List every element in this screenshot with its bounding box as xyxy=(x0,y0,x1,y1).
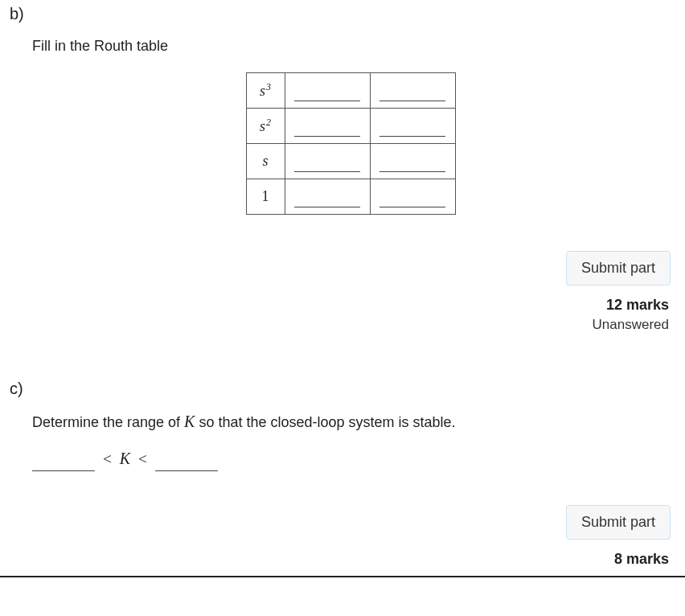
routh-input-r1c1[interactable] xyxy=(294,80,360,101)
bottom-divider xyxy=(0,576,685,577)
routh-input-r4c1[interactable] xyxy=(294,187,360,207)
k-variable: K xyxy=(120,450,130,468)
part-b-marks: 12 marks xyxy=(16,297,669,314)
k-upper-bound-input[interactable] xyxy=(155,449,218,471)
routh-input-r3c1[interactable] xyxy=(294,151,360,172)
table-row: s xyxy=(246,144,455,179)
routh-row-label-1: 1 xyxy=(246,179,285,215)
routh-input-r2c2[interactable] xyxy=(379,116,445,137)
routh-row-label-s2: s2 xyxy=(246,109,285,144)
table-row: s3 xyxy=(246,73,455,109)
part-c-label: c) xyxy=(10,380,669,398)
submit-part-b-button[interactable]: Submit part xyxy=(566,251,671,285)
table-row: 1 xyxy=(246,179,455,215)
part-b-question: Fill in the Routh table xyxy=(32,38,669,55)
part-b-label: b) xyxy=(10,5,669,23)
part-b-status: Unanswered xyxy=(16,317,669,333)
routh-row-label-s: s xyxy=(246,144,285,179)
less-than-symbol-2: < xyxy=(138,450,147,468)
routh-input-r3c2[interactable] xyxy=(379,151,445,172)
submit-part-c-button[interactable]: Submit part xyxy=(566,505,671,540)
routh-row-label-s3: s3 xyxy=(246,73,285,109)
routh-input-r2c1[interactable] xyxy=(294,116,360,137)
routh-table: s3 s2 s 1 xyxy=(246,72,456,215)
table-row: s2 xyxy=(246,109,455,144)
k-range-row: < K < xyxy=(32,449,669,471)
routh-table-container: s3 s2 s 1 xyxy=(32,72,669,215)
part-c-marks: 8 marks xyxy=(16,551,669,568)
part-c-question: Determine the range of K so that the clo… xyxy=(32,413,669,431)
routh-input-r1c2[interactable] xyxy=(379,80,445,101)
k-lower-bound-input[interactable] xyxy=(32,449,95,471)
routh-input-r4c2[interactable] xyxy=(379,187,445,207)
less-than-symbol-1: < xyxy=(103,450,112,468)
